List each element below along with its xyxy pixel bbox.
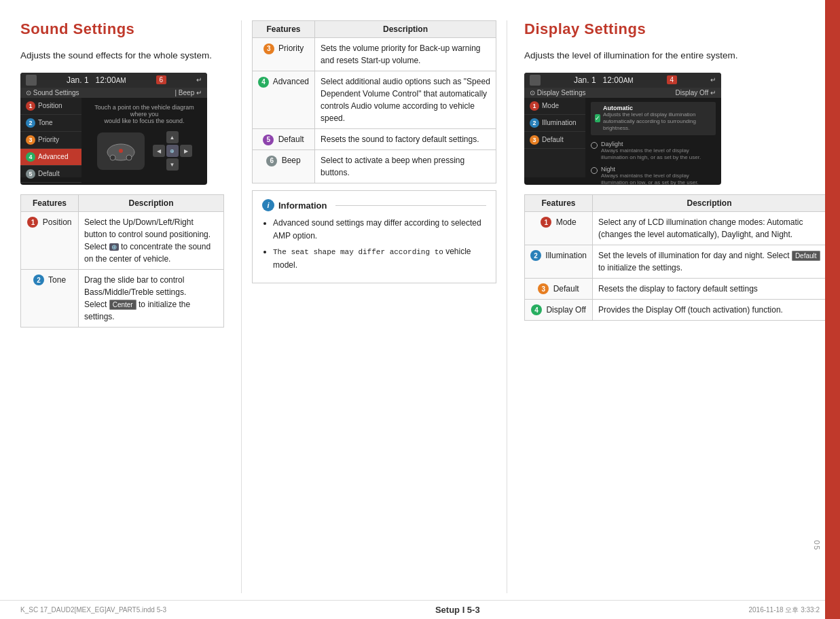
automatic-label: Automatic bbox=[603, 105, 712, 111]
nav-up: ▲ bbox=[166, 131, 179, 143]
divider-1 bbox=[241, 20, 242, 593]
screen-sidebar: 1 Position 2 Tone 3 Priority 4 bbox=[20, 98, 81, 177]
display-settings-title: Display Settings bbox=[524, 20, 826, 38]
mid-table-header-description: Description bbox=[315, 21, 496, 38]
display-screen-header: Jan. 1 12:00AM 4 ↵ bbox=[524, 73, 721, 88]
radio-daylight bbox=[591, 142, 598, 149]
feature-tone: 2 Tone bbox=[21, 269, 79, 327]
display-sidebar-num-2: 2 bbox=[530, 118, 539, 128]
center-icon-inline: ⊕ bbox=[109, 243, 119, 251]
display-screen-subheader: ⊙ Display Settings Display Off ↵ bbox=[524, 88, 721, 98]
info-item-1: Advanced sound settings may differ accor… bbox=[273, 217, 486, 243]
feature-beep: 6 Beep bbox=[253, 150, 315, 183]
display-desc-default: Resets the display to factory default se… bbox=[593, 278, 826, 299]
display-row-num-2: 2 bbox=[530, 250, 541, 261]
row-num-2: 2 bbox=[33, 275, 44, 285]
display-sidebar-illumination: 2 Illumination bbox=[524, 115, 585, 132]
display-table-row-illumination: 2 Illumination Set the levels of illumin… bbox=[525, 245, 826, 278]
display-row-num-1: 1 bbox=[541, 217, 551, 228]
default-btn-inline: Default bbox=[792, 251, 820, 261]
info-title-text: Information bbox=[278, 200, 327, 211]
display-row-num-4: 4 bbox=[531, 304, 542, 315]
row-num-5: 5 bbox=[263, 135, 274, 145]
divider-2 bbox=[507, 20, 507, 593]
info-item-2: The seat shape may differ according to v… bbox=[273, 245, 486, 272]
home-icon bbox=[26, 75, 37, 86]
display-settings-desc: Adjusts the level of illumination for th… bbox=[524, 48, 826, 63]
screen-body: 1 Position 2 Tone 3 Priority 4 bbox=[20, 98, 207, 177]
desc-priority: Sets the volume priority for Back-up war… bbox=[315, 38, 496, 71]
sound-settings-title: Sound Settings bbox=[20, 20, 224, 38]
radio-night bbox=[591, 167, 598, 174]
night-desc: Always maintains the level of display il… bbox=[601, 173, 716, 185]
info-list: Advanced sound settings may differ accor… bbox=[262, 217, 486, 272]
display-desc-displayoff: Provides the Display Off (touch activati… bbox=[593, 299, 826, 320]
screen-beep-label: | Beep ↵ bbox=[175, 89, 202, 96]
sound-features-table: Features Description 1 Position Select t… bbox=[20, 194, 224, 328]
desc-beep: Select to activate a beep when pressing … bbox=[315, 150, 496, 183]
page-content: Sound Settings Adjusts the sound effects… bbox=[0, 0, 840, 619]
display-table-row-default: 3 Default Resets the display to factory … bbox=[525, 278, 826, 299]
desc-position: Select the Up/Down/Left/Right button to … bbox=[79, 211, 224, 269]
display-feature-mode: 1 Mode bbox=[525, 211, 593, 245]
sound-more-features-table: Features Description 3 Priority Sets the… bbox=[252, 20, 496, 183]
sidebar-position: 1 Position bbox=[20, 98, 81, 115]
display-table-header-description: Description bbox=[593, 194, 826, 211]
sidebar-num-2: 2 bbox=[26, 118, 35, 128]
display-home-icon bbox=[530, 75, 541, 86]
sound-screen-mock: Jan. 1 12:00AM 6 ↵ ⊙ Sound Settings | Be… bbox=[20, 73, 207, 185]
nav-right: ▶ bbox=[180, 145, 192, 157]
information-box: i Information Advanced sound settings ma… bbox=[252, 190, 496, 283]
mono-text-seat: The seat shape may differ according to bbox=[273, 248, 443, 256]
display-table-header-features: Features bbox=[525, 194, 593, 211]
nav-down: ▼ bbox=[166, 158, 179, 171]
daylight-label: Daylight bbox=[601, 141, 716, 147]
feature-position: 1 Position bbox=[21, 211, 79, 269]
screen-controls: ▲ ◀ ⊕ ▶ ▼ bbox=[97, 131, 192, 171]
screen-hint-text: Touch a point on the vehicle diagram whe… bbox=[87, 104, 202, 124]
display-feature-illumination: 2 Illumination bbox=[525, 245, 593, 278]
info-divider bbox=[335, 205, 487, 206]
feature-default: 5 Default bbox=[253, 129, 315, 150]
table-row-position: 1 Position Select the Up/Down/Left/Right… bbox=[21, 211, 224, 269]
sidebar-label-1: Position bbox=[38, 102, 62, 109]
car-diagram bbox=[97, 132, 145, 170]
display-screen-title-label: ⊙ Display Settings bbox=[530, 89, 585, 96]
table-row-default: 5 Default Resets the sound to factory de… bbox=[253, 129, 496, 150]
screen-badge: 6 bbox=[156, 75, 167, 84]
display-row-num-3: 3 bbox=[538, 283, 549, 294]
footer-date: 2016-11-18 오후 3:33:2 bbox=[748, 605, 820, 615]
display-desc-mode: Select any of LCD illumination change mo… bbox=[593, 211, 826, 245]
page-number: Setup I 5-3 bbox=[435, 605, 480, 615]
daylight-text: Daylight Always maintains the level of d… bbox=[601, 141, 716, 162]
display-features-table: Features Description 1 Mode Select any o… bbox=[524, 194, 826, 321]
display-table-row-displayoff: 4 Display Off Provides the Display Off (… bbox=[525, 299, 826, 320]
desc-default: Resets the sound to factory default sett… bbox=[315, 129, 496, 150]
nav-arrows: ▲ ◀ ⊕ ▶ ▼ bbox=[153, 131, 192, 171]
sidebar-label-4: Advanced bbox=[38, 153, 68, 160]
table-row-tone: 2 Tone Drag the slide bar to control Bas… bbox=[21, 269, 224, 327]
display-option-automatic-text: Automatic Adjusts the level of display i… bbox=[603, 105, 712, 132]
sidebar-priority: 3 Priority bbox=[20, 132, 81, 149]
sidebar-default: 5 Default bbox=[20, 166, 81, 183]
display-sidebar-label-1: Mode bbox=[542, 102, 559, 109]
sidebar-label-2: Tone bbox=[38, 119, 53, 126]
display-option-daylight: Daylight Always maintains the level of d… bbox=[591, 141, 716, 162]
feature-advanced: 4 Advanced bbox=[253, 71, 315, 129]
sidebar-label-3: Priority bbox=[38, 136, 59, 143]
right-column: Display Settings Adjusts the level of il… bbox=[511, 20, 826, 593]
nav-mid-row: ◀ ⊕ ▶ bbox=[153, 145, 192, 157]
sidebar-advanced: 4 Advanced bbox=[20, 149, 81, 166]
sound-settings-desc: Adjusts the sound effects for the whole … bbox=[20, 48, 224, 63]
sidebar-tone: 2 Tone bbox=[20, 115, 81, 132]
daylight-desc: Always maintains the level of display il… bbox=[601, 147, 716, 162]
display-sidebar-num-1: 1 bbox=[530, 101, 539, 111]
display-screen-body: 1 Mode 2 Illumination 3 Default bbox=[524, 98, 721, 177]
display-sidebar-label-3: Default bbox=[542, 136, 564, 143]
sound-table-header-features: Features bbox=[21, 194, 79, 211]
night-label: Night bbox=[601, 166, 716, 173]
display-option-automatic: ✓ Automatic Adjusts the level of display… bbox=[591, 102, 716, 135]
display-off-label: Display Off ↵ bbox=[676, 89, 716, 96]
nav-center: ⊕ bbox=[166, 145, 179, 157]
screen-date-time: Jan. 1 12:00AM bbox=[67, 75, 126, 85]
